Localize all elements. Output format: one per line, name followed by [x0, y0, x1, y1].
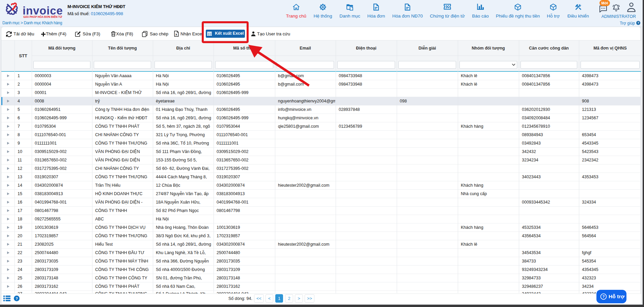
svg-text:?: ? [637, 21, 639, 25]
svg-text:?: ? [16, 297, 18, 301]
svg-text:GIẢI PHÁP HÓA ĐƠN ĐIỆN TỬ: GIẢI PHÁP HÓA ĐƠN ĐIỆN TỬ [23, 15, 62, 18]
svg-text:x: x [175, 32, 177, 36]
svg-text:?: ? [603, 295, 605, 299]
